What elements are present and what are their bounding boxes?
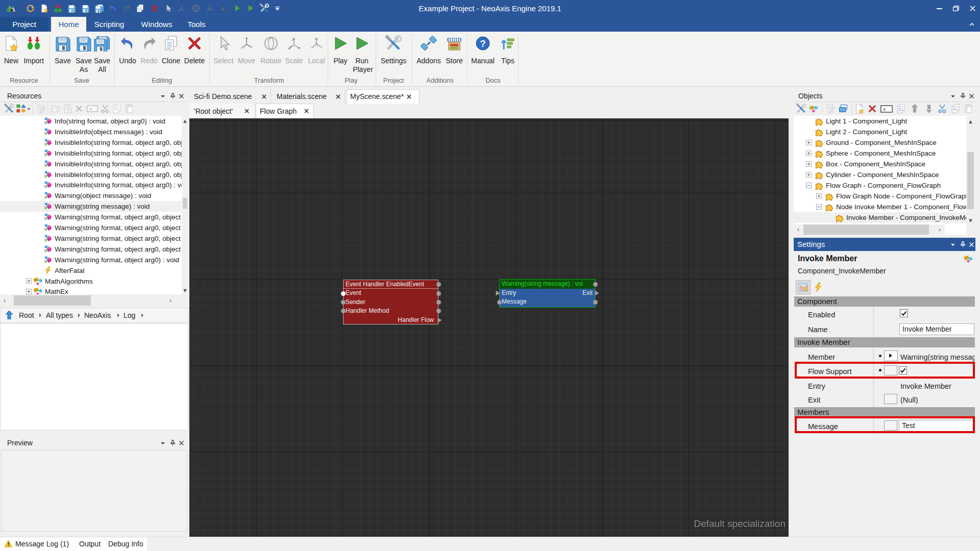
svg-text:x: x	[884, 106, 886, 112]
svg-text:x: x	[90, 107, 92, 111]
svg-text:?: ?	[480, 38, 486, 49]
